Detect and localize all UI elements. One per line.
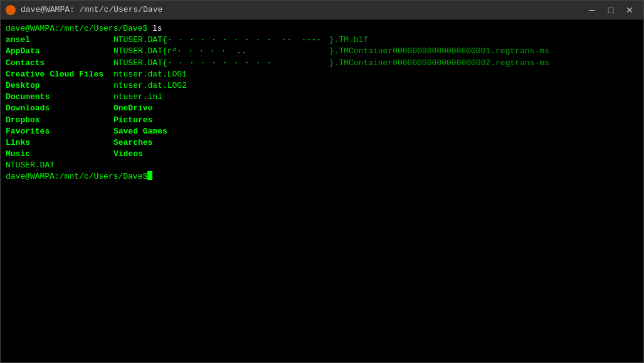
titlebar: dave@WAMPA: /mnt/c/Users/Dave ─ □ ✕ — [1, 1, 643, 19]
cursor — [147, 171, 152, 180]
list-item: ntuser.dat.LOG2 — [113, 80, 329, 92]
minimize-button[interactable]: ─ — [583, 1, 601, 19]
list-item: ansel — [6, 34, 113, 46]
list-item: NTUSER.DAT{· · · · · · · · · · — [113, 58, 329, 69]
list-item: NTUSER.DAT{r^· · · · · .. — [113, 46, 329, 57]
terminal-window: dave@WAMPA: /mnt/c/Users/Dave ─ □ ✕ dave… — [0, 0, 644, 363]
list-item: Documents — [6, 92, 113, 103]
active-prompt-line: dave@WAMPA:/mnt/c/Users/Dave$ — [6, 171, 638, 182]
list-item: ntuser.dat.LOG1 — [113, 69, 329, 80]
command-text: ls — [147, 23, 162, 34]
active-prompt: dave@WAMPA:/mnt/c/Users/Dave$ — [6, 171, 147, 182]
list-item: Videos — [113, 149, 329, 160]
list-item: Favorites — [6, 126, 113, 137]
file-listing: ansel AppData Contacts Creative Cloud Fi… — [6, 34, 638, 171]
command-line: dave@WAMPA:/mnt/c/Users/Dave$ ls — [6, 23, 638, 34]
list-item: Saved Games — [113, 126, 329, 137]
list-item: Contacts — [6, 58, 113, 69]
list-item: AppData — [6, 46, 113, 57]
list-item: OneDrive — [113, 103, 329, 114]
list-item: }.TMContainer00000000000000000002.regtra… — [329, 58, 638, 69]
list-item: }.TM.blf — [329, 34, 638, 46]
list-item: ntuser.ini — [113, 92, 329, 103]
titlebar-controls: ─ □ ✕ — [583, 1, 638, 19]
list-item: Desktop — [6, 80, 113, 92]
titlebar-title: dave@WAMPA: /mnt/c/Users/Dave — [21, 5, 162, 14]
list-item: Downloads — [6, 103, 113, 114]
column-3: }.TM.blf }.TMContainer000000000000000000… — [329, 34, 638, 171]
list-item: Dropbox — [6, 115, 113, 126]
list-item: Creative Cloud Files — [6, 69, 113, 80]
close-button[interactable]: ✕ — [621, 1, 638, 19]
list-item: Pictures — [113, 115, 329, 126]
list-item: Searches — [113, 137, 329, 149]
list-item: NTUSER.DAT{· · · · · · · · · · -- ---- — [113, 34, 329, 46]
terminal-body[interactable]: dave@WAMPA:/mnt/c/Users/Dave$ ls ansel A… — [1, 19, 643, 362]
list-item: Music — [6, 149, 113, 160]
list-item: }.TMContainer00000000000000000001.regtra… — [329, 46, 638, 57]
column-2: NTUSER.DAT{· · · · · · · · · · -- ---- N… — [113, 34, 329, 171]
prompt-text: dave@WAMPA:/mnt/c/Users/Dave$ — [6, 23, 147, 34]
restore-button[interactable]: □ — [602, 1, 620, 19]
column-1: ansel AppData Contacts Creative Cloud Fi… — [6, 34, 113, 171]
window-icon — [6, 5, 16, 15]
list-item: Links — [6, 137, 113, 149]
list-item: NTUSER.DAT — [6, 160, 113, 171]
